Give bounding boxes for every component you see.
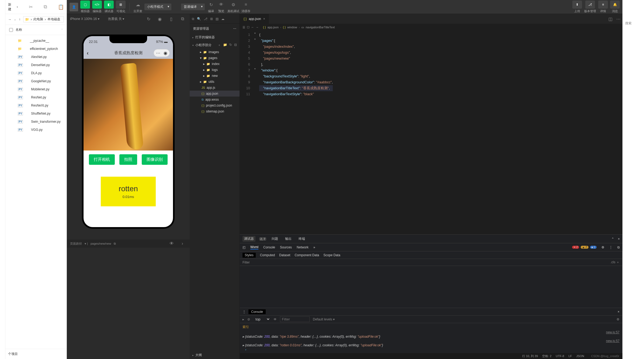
branch-icon[interactable]: ⎇: [204, 17, 207, 21]
file-item[interactable]: PYMobilenet.py: [5, 85, 67, 93]
levels-select[interactable]: Default levels ▾: [313, 317, 335, 321]
tree-item[interactable]: ▾📁pages: [190, 55, 240, 61]
problems-tab[interactable]: 问题: [270, 236, 280, 242]
simulator-button[interactable]: ▢: [80, 1, 90, 9]
language-status[interactable]: JSON: [576, 354, 584, 358]
compile-select[interactable]: 普通编译: [181, 4, 205, 10]
file-item[interactable]: PYDenseNet.py: [5, 61, 67, 69]
more-icon[interactable]: ⋯: [233, 27, 236, 30]
tree-item[interactable]: { }app.json: [190, 91, 240, 97]
phone-icon[interactable]: ▯: [167, 15, 175, 23]
styles-subtab[interactable]: Styles: [243, 253, 256, 258]
debugger-tab[interactable]: 调试器: [243, 236, 255, 242]
console-filter-input[interactable]: [280, 316, 310, 322]
real-debug-icon[interactable]: ⚙: [229, 1, 237, 9]
page-path[interactable]: pages/new/new: [91, 242, 111, 245]
info-badge[interactable]: ■ 1: [590, 246, 597, 249]
file-item[interactable]: 📁efficientnet_pytorch: [5, 45, 67, 53]
clear-cache-icon[interactable]: ≡: [242, 1, 250, 9]
stop-icon[interactable]: ◉: [156, 15, 164, 23]
file-item[interactable]: PYAlexNet.py: [5, 53, 67, 61]
tree-item[interactable]: ▸📁utils: [190, 79, 240, 85]
forward-icon[interactable]: →: [8, 18, 11, 21]
editor-button[interactable]: </>: [92, 1, 102, 9]
network-tab[interactable]: Network: [297, 245, 309, 249]
go-icon[interactable]: ▸: [243, 317, 244, 321]
copy-path-icon[interactable]: ⧉: [114, 242, 116, 245]
files-icon[interactable]: ⧉: [192, 17, 194, 21]
search-icon[interactable]: 🔍: [197, 17, 201, 21]
tree-item[interactable]: ▸📁logs: [190, 67, 240, 73]
open-editors-section[interactable]: ▸打开的编辑器: [190, 33, 240, 41]
list-icon[interactable]: ☰: [243, 26, 245, 29]
terminal-tab[interactable]: 终端: [297, 236, 307, 242]
kebab-icon[interactable]: ⋮: [609, 245, 612, 249]
collapse-icon[interactable]: ⊟: [234, 43, 237, 47]
back-nav-icon[interactable]: ←: [251, 26, 254, 29]
take-photo-button[interactable]: 拍照: [119, 154, 137, 165]
close-tab-icon[interactable]: ×: [263, 17, 265, 21]
file-item[interactable]: PYResNet.py: [5, 93, 67, 101]
eye-icon[interactable]: 👁: [168, 240, 176, 248]
copy-icon[interactable]: ⧉: [44, 4, 47, 10]
outline-section[interactable]: ▸大纲: [190, 351, 240, 359]
clear-icon[interactable]: ⊘: [247, 317, 250, 321]
ext-icon[interactable]: ⊞: [210, 17, 213, 21]
console-prompt[interactable]: ›: [243, 347, 619, 352]
close-icon[interactable]: ×: [618, 237, 620, 241]
cursor-position[interactable]: 行 10, 列 39: [522, 354, 538, 358]
console-kebab-icon[interactable]: ⋮: [243, 310, 246, 314]
scope-data-subtab[interactable]: Scope Data: [323, 253, 340, 257]
open-camera-button[interactable]: 打开相机: [89, 154, 115, 165]
gear-icon[interactable]: ⚙: [601, 245, 604, 249]
compile-icon[interactable]: ↻: [207, 1, 215, 9]
breadcrumb[interactable]: ☰ ☐ ← → { }app.json ›{ }window ›▭navigat…: [240, 24, 622, 31]
back-icon[interactable]: ‹: [87, 50, 89, 56]
select-all-checkbox[interactable]: [9, 28, 13, 32]
file-item[interactable]: PYSwin_transformer.py: [5, 118, 67, 126]
split-icon[interactable]: ◫: [606, 15, 614, 23]
message-button[interactable]: 🔔: [610, 1, 620, 9]
log-line[interactable]: ▸ {statusCode: 200, data: "ripe 3.89ms",…: [243, 335, 619, 339]
eol-status[interactable]: LF: [569, 354, 572, 358]
file-item[interactable]: PYVGG.py: [5, 126, 67, 134]
visualize-button[interactable]: ⊞: [116, 1, 126, 9]
file-item[interactable]: 📁__pycache__: [5, 37, 67, 45]
console-tab[interactable]: Console: [263, 245, 275, 249]
cut-icon[interactable]: ✂: [29, 4, 33, 10]
fwd-nav-icon[interactable]: →: [256, 26, 259, 29]
version-button[interactable]: ⎇: [585, 1, 595, 9]
new-file-icon[interactable]: ＋: [218, 43, 221, 47]
inspect-icon[interactable]: ◰: [243, 245, 245, 249]
upload-button[interactable]: ⬆: [572, 1, 582, 9]
hot-reload-toggle[interactable]: 热重载 关 ▾: [108, 17, 124, 21]
tree-item[interactable]: JSapp.js: [190, 85, 240, 91]
up-icon[interactable]: ↑: [19, 18, 20, 21]
avatar[interactable]: 👤: [70, 3, 78, 11]
editor-tab[interactable]: { } app.json ×: [240, 14, 269, 24]
computed-subtab[interactable]: Computed: [260, 253, 275, 257]
close-capsule-icon[interactable]: ◉: [164, 50, 167, 56]
styles-filter-input[interactable]: Filter: [243, 261, 250, 264]
recognize-button[interactable]: 图像识别: [142, 154, 168, 165]
project-section[interactable]: ▾小程序部分 ＋ 📁 ↻ ⊟: [190, 41, 240, 49]
component-data-subtab[interactable]: Component Data: [295, 253, 319, 257]
popout-icon[interactable]: ⧉: [178, 15, 186, 23]
output-tab[interactable]: 输出: [283, 236, 293, 242]
expand-icon[interactable]: ›: [178, 240, 186, 248]
dock-icon[interactable]: ⧉: [617, 245, 620, 249]
error-badge[interactable]: ✕ 2: [572, 246, 579, 249]
paste-icon[interactable]: 📋: [58, 4, 64, 10]
file-item[interactable]: PYDLA.py: [5, 69, 67, 77]
encoding-status[interactable]: UTF-8: [556, 354, 564, 358]
mode-select[interactable]: 小程序模式: [144, 4, 171, 10]
dropdown-icon[interactable]: ⌄: [14, 18, 16, 21]
refresh-icon[interactable]: ↻: [144, 15, 153, 23]
menu-icon[interactable]: ⋯: [156, 50, 160, 56]
more-icon[interactable]: ⋯: [614, 15, 622, 23]
preview-icon[interactable]: 👁: [217, 1, 225, 9]
tree-item[interactable]: { }project.config.json: [190, 102, 240, 108]
indent-status[interactable]: 空格: 2: [542, 354, 551, 358]
tree-item[interactable]: ▸📁index: [190, 61, 240, 67]
device-select[interactable]: iPhone X 100% 16 ▾: [70, 17, 99, 21]
